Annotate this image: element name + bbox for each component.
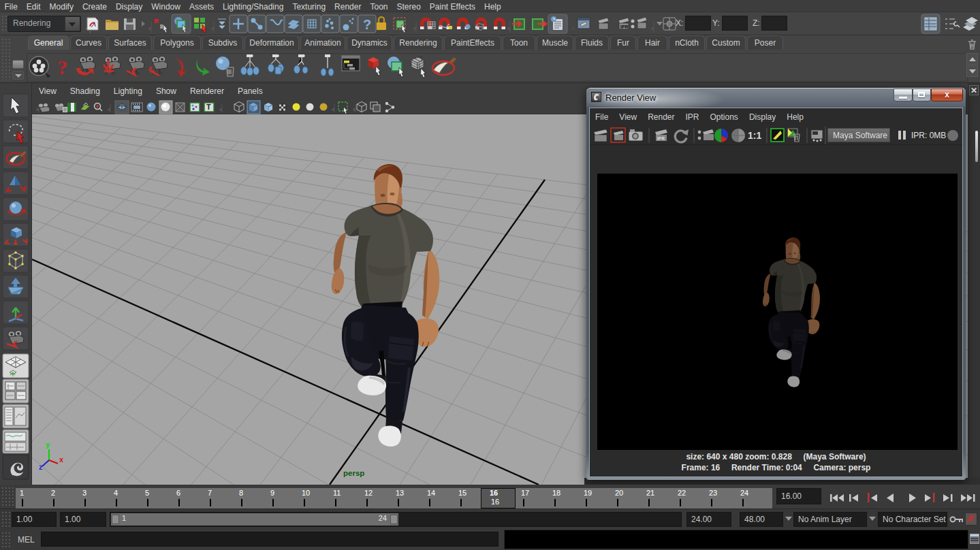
- svg-text:1:1: 1:1: [748, 130, 761, 141]
- svg-text:?: ?: [57, 56, 67, 78]
- svg-text:T: T: [206, 103, 211, 111]
- svg-text:?: ?: [363, 17, 371, 32]
- svg-text:IPR: IPR: [620, 25, 629, 29]
- svg-text:y: y: [46, 440, 50, 449]
- svg-text:x: x: [59, 455, 64, 464]
- svg-text:z: z: [39, 463, 43, 471]
- svg-text:IPR: IPR: [657, 136, 665, 141]
- svg-text:persp: persp: [343, 469, 364, 477]
